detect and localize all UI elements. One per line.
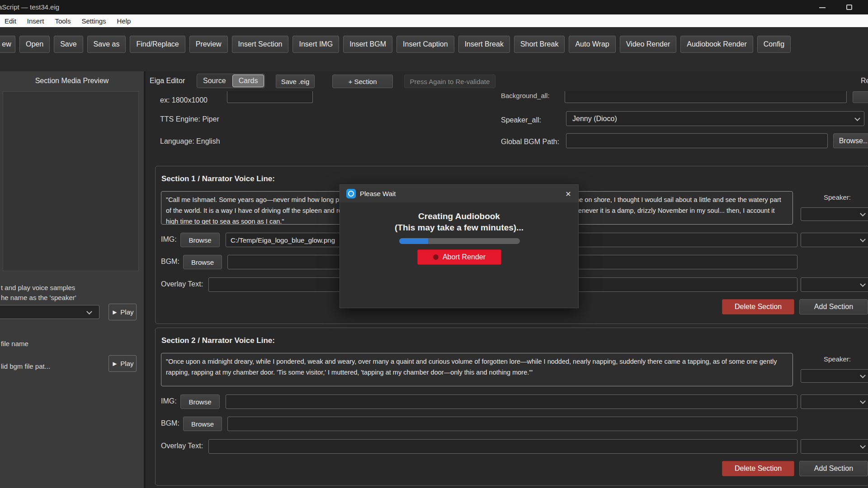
language-label: Language: English — [160, 137, 220, 145]
background-all-input[interactable] — [565, 91, 847, 103]
menu-bar: Edit Insert Tools Settings Help — [0, 14, 868, 27]
section-2-img-browse-button[interactable]: Browse — [180, 394, 220, 409]
revalidate-button[interactable]: Press Again to Re-validate — [404, 75, 495, 88]
section-2-overlay-text-input[interactable] — [208, 439, 797, 454]
dialog-message-line1: Creating Audiobook — [340, 211, 578, 221]
tab-source[interactable]: Source — [197, 74, 232, 88]
abort-render-label: Abort Render — [443, 253, 486, 261]
main-toolbar: ew Open Save Save as Find/Replace Previe… — [0, 35, 868, 53]
window-titlebar: aScript — test34.eig — [0, 0, 868, 14]
progress-fill — [399, 238, 428, 244]
section-2-speaker-label: Speaker: — [824, 355, 851, 363]
menu-settings[interactable]: Settings — [76, 17, 111, 25]
section-2-voice-line-textarea[interactable]: "Once upon a midnight dreary, while I po… — [161, 353, 793, 386]
speaker-all-dropdown[interactable]: Jenny (Dioco) — [566, 111, 864, 126]
tab-cards[interactable]: Cards — [232, 75, 264, 87]
voice-sample-dropdown[interactable] — [0, 305, 99, 319]
resolution-input[interactable] — [227, 91, 313, 103]
bgm-file-hint: lid bgm file pat... — [1, 362, 50, 370]
toolbar-config-button[interactable]: Config — [757, 36, 791, 53]
resolution-hint-label: ex: 1800x1000 — [160, 96, 208, 104]
dialog-titlebar: Please Wait ✕ — [340, 185, 578, 202]
menu-edit[interactable]: Edit — [5, 17, 22, 25]
dialog-message-line2: (This may take a few minutes)... — [340, 223, 578, 233]
section-2-img-path-input[interactable] — [226, 394, 797, 409]
please-wait-dialog: Please Wait ✕ Creating Audiobook (This m… — [340, 184, 579, 308]
clipped-right-button[interactable]: Re — [861, 77, 868, 85]
section-1-bgm-browse-button[interactable]: Browse — [183, 255, 222, 269]
section-2-overlay-label: Overlay Text: — [161, 442, 203, 450]
toolbar-auto-wrap-button[interactable]: Auto Wrap — [569, 36, 615, 53]
toolbar-open-button[interactable]: Open — [19, 36, 50, 53]
chevron-down-icon — [860, 236, 866, 242]
section-1-img-dropdown[interactable] — [801, 233, 868, 247]
section-2-img-dropdown[interactable] — [801, 394, 868, 409]
toolbar-insert-caption-button[interactable]: Insert Caption — [396, 36, 454, 53]
sidebar-title: Section Media Preview — [0, 77, 144, 85]
section-media-preview-panel: Section Media Preview t and play voice s… — [0, 71, 144, 488]
toolbar-insert-section-button[interactable]: Insert Section — [232, 36, 289, 53]
toolbar-find-replace-button[interactable]: Find/Replace — [130, 36, 185, 53]
section-1-bgm-label: BGM: — [161, 258, 179, 266]
add-section-top-button[interactable]: + Section — [332, 75, 393, 88]
toolbar-insert-img-button[interactable]: Insert IMG — [292, 36, 339, 53]
chevron-down-icon — [860, 443, 866, 449]
background-all-label: Background_all: — [501, 92, 550, 99]
view-mode-toggle: Source Cards — [197, 74, 265, 88]
section-2-heading: Section 2 / Narrator Voice Line: — [161, 336, 275, 345]
render-progress-bar — [399, 238, 520, 244]
maximize-icon[interactable] — [846, 5, 852, 10]
section-2-bgm-label: BGM: — [161, 419, 179, 427]
section-1-speaker-dropdown[interactable] — [801, 207, 868, 221]
section-1-img-browse-button[interactable]: Browse — [180, 233, 220, 247]
toolbar-save-button[interactable]: Save — [54, 36, 83, 53]
speaker-all-value: Jenny (Dioco) — [572, 115, 617, 123]
play-icon: ► — [111, 308, 118, 316]
section-2-bgm-path-input[interactable] — [227, 417, 797, 431]
background-browse-button-clipped[interactable] — [853, 91, 868, 103]
abort-render-button[interactable]: Abort Render — [417, 249, 501, 265]
menu-tools[interactable]: Tools — [49, 17, 76, 25]
toolbar-new-button[interactable]: ew — [0, 36, 15, 53]
chevron-down-icon — [860, 211, 866, 216]
toolbar-save-as-button[interactable]: Save as — [87, 36, 126, 53]
menu-insert[interactable]: Insert — [22, 17, 50, 25]
chevron-down-icon — [860, 372, 866, 378]
dialog-title: Please Wait — [360, 190, 396, 197]
bgm-play-label: Play — [120, 360, 133, 367]
section-2-img-label: IMG: — [161, 397, 177, 405]
global-bgm-path-input[interactable] — [566, 133, 828, 148]
toolbar-short-break-button[interactable]: Short Break — [514, 36, 565, 53]
tts-engine-label: TTS Engine: Piper — [160, 115, 219, 123]
section-1-delete-button[interactable]: Delete Section — [722, 299, 794, 314]
section-2-speaker-dropdown[interactable] — [801, 369, 868, 383]
voice-play-button[interactable]: ► Play — [108, 304, 137, 320]
voice-sample-hint-line1: t and play voice samples — [1, 284, 75, 291]
toolbar-video-render-button[interactable]: Video Render — [620, 36, 677, 53]
section-2-delete-button[interactable]: Delete Section — [722, 461, 794, 476]
img-file-hint: file name — [1, 340, 28, 347]
section-2-bgm-browse-button[interactable]: Browse — [183, 417, 222, 431]
close-icon[interactable]: ✕ — [563, 188, 574, 199]
save-eig-button[interactable]: Save .eig — [276, 75, 315, 88]
global-bgm-browse-button[interactable]: Browse... — [833, 133, 868, 148]
play-icon: ► — [111, 360, 118, 367]
app-icon — [346, 189, 356, 198]
chevron-down-icon — [860, 398, 866, 404]
section-2-add-button[interactable]: Add Section — [799, 461, 868, 476]
bgm-play-button[interactable]: ► Play — [108, 355, 137, 372]
toolbar-preview-button[interactable]: Preview — [189, 36, 228, 53]
section-1-overlay-dropdown[interactable] — [801, 277, 868, 292]
section-2-card: Section 2 / Narrator Voice Line: "Once u… — [155, 328, 868, 486]
toolbar-audiobook-render-button[interactable]: Audiobook Render — [680, 36, 753, 53]
section-1-img-label: IMG: — [161, 235, 177, 244]
menu-help[interactable]: Help — [112, 17, 137, 25]
section-1-add-button[interactable]: Add Section — [799, 299, 868, 314]
toolbar-insert-break-button[interactable]: Insert Break — [458, 36, 510, 53]
minimize-icon[interactable] — [819, 7, 826, 8]
toolbar-insert-bgm-button[interactable]: Insert BGM — [343, 36, 392, 53]
window-title: aScript — test34.eig — [0, 3, 59, 11]
section-1-overlay-label: Overlay Text: — [161, 280, 203, 288]
global-bgm-path-label: Global BGM Path: — [501, 138, 559, 146]
section-2-overlay-dropdown[interactable] — [801, 439, 868, 454]
